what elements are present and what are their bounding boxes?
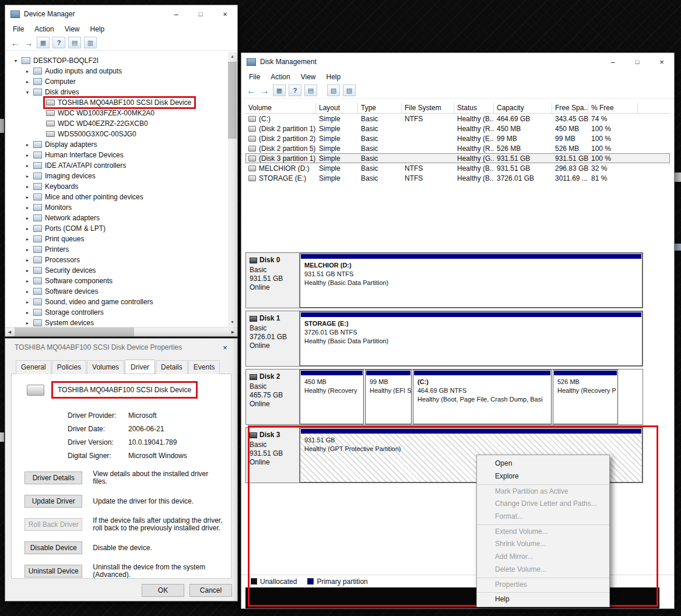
menu-item[interactable]: Help — [85, 25, 110, 33]
tree-item[interactable]: ▸ Human Interface Devices — [5, 150, 227, 160]
tree-item[interactable]: ▸ Storage controllers — [5, 307, 227, 318]
close-button[interactable]: × — [213, 5, 237, 23]
column-header[interactable]: Free Spa... — [552, 103, 588, 113]
menu-item[interactable]: Action — [29, 25, 59, 33]
menu-item[interactable]: View — [59, 25, 85, 33]
context-menu-item[interactable]: Explore — [477, 470, 609, 483]
action-button[interactable]: Roll Back Driver — [24, 518, 82, 531]
tree-item[interactable]: ▸ Software devices — [5, 286, 227, 297]
toolbar-icon[interactable]: ▥ — [84, 37, 97, 48]
tree-item[interactable]: WDC WD1003FZEX-00MK2A0 — [5, 108, 227, 118]
disk-0-info[interactable]: Disk 0 Basic 931.51 GB Online — [246, 253, 300, 308]
partition-c-drive[interactable]: (C:) 464.69 GB NTFS Healthy (Boot, Page … — [413, 369, 552, 424]
tree-item[interactable]: ▸ Software components — [5, 276, 227, 286]
tree-item[interactable]: WDS500G3X0C-00SJG0 — [5, 129, 227, 139]
minimize-button[interactable]: – — [164, 5, 188, 23]
partition-recovery-526mb[interactable]: 526 MB Healthy (Recovery P — [553, 369, 618, 424]
device-manager-titlebar[interactable]: Device Manager – □ × — [5, 5, 237, 23]
toolbar-icon[interactable]: ▦ — [273, 85, 286, 96]
close-button[interactable]: × — [213, 339, 237, 356]
partition-melchior[interactable]: MELCHIOR (D:) 931.51 GB NTFS Healthy (Ba… — [300, 253, 643, 308]
ok-button[interactable]: OK — [142, 584, 184, 597]
maximize-button[interactable]: □ — [188, 5, 213, 23]
context-menu-item[interactable]: Delete Volume... — [477, 563, 609, 576]
scrollbar-thumb[interactable] — [228, 62, 237, 139]
tree-item[interactable]: ▸ Print queues — [5, 234, 227, 244]
minimize-button[interactable]: – — [601, 53, 625, 71]
tree-item[interactable]: ▸ Printers — [5, 244, 227, 255]
tree-item[interactable]: ▸ Display adapters — [5, 139, 227, 150]
action-button[interactable]: Disable Device — [24, 541, 82, 554]
close-button[interactable]: × — [650, 53, 674, 71]
context-menu-item[interactable]: Open — [477, 457, 609, 470]
scroll-right-icon[interactable]: ▶ — [229, 328, 237, 336]
tree-item[interactable]: ▸ Security devices — [5, 265, 227, 276]
menu-item[interactable]: File — [8, 25, 29, 33]
column-header[interactable]: Status — [454, 103, 494, 113]
volume-row[interactable]: (Disk 2 partition 1) Simple Basic Health… — [245, 124, 670, 133]
toolbar-icon[interactable]: ▤ — [304, 85, 317, 96]
tree-item[interactable]: TOSHIBA MQ04ABF100 SCSI Disk Device — [5, 97, 227, 108]
toolbar-icon[interactable]: ? — [289, 85, 301, 96]
column-header[interactable]: Type — [358, 103, 402, 113]
action-button[interactable]: Uninstall Device — [24, 565, 82, 578]
toolbar-icon[interactable]: → — [23, 37, 34, 48]
disk-1-info[interactable]: Disk 1 Basic 3726.01 GB Online — [246, 311, 300, 366]
tree-item[interactable]: ▸ Audio inputs and outputs — [5, 66, 227, 76]
action-button[interactable]: Driver Details — [24, 471, 82, 484]
context-menu-item[interactable]: Shrink Volume... — [477, 537, 609, 550]
tree-item[interactable]: ▸ IDE ATA/ATAPI controllers — [5, 160, 227, 171]
dialog-tab[interactable]: Policies — [52, 360, 86, 374]
context-menu-item[interactable]: Help — [477, 592, 609, 605]
scroll-left-icon[interactable]: ◀ — [5, 328, 14, 336]
dialog-tab[interactable]: General — [16, 360, 51, 374]
cancel-button[interactable]: Cancel — [189, 584, 232, 597]
disk-management-titlebar[interactable]: Disk Management – □ × — [241, 53, 674, 71]
maximize-button[interactable]: □ — [625, 53, 650, 71]
partition-storage[interactable]: STORAGE (E:) 3726.01 GB NTFS Healthy (Ba… — [300, 311, 643, 366]
tree-item[interactable]: ▸ System devices — [5, 318, 227, 326]
menu-item[interactable]: Help — [321, 73, 346, 81]
tree-item[interactable]: ▸ Keyboards — [5, 181, 227, 192]
dialog-tab[interactable]: Events — [188, 360, 220, 374]
tree-item[interactable]: ▾ DESKTOP-BOQLF2I — [5, 55, 227, 66]
volume-row[interactable]: MELCHIOR (D:) Simple Basic NTFS Healthy … — [245, 163, 670, 173]
tree-item[interactable]: WDC WD40EZRZ-22GXCB0 — [5, 118, 227, 129]
tree-item[interactable]: ▸ Ports (COM & LPT) — [5, 223, 227, 234]
dialog-titlebar[interactable]: TOSHIBA MQ04ABF100 SCSI Disk Device Prop… — [5, 339, 237, 356]
context-menu-item[interactable]: Properties — [477, 578, 609, 590]
context-menu-item[interactable]: Mark Partition as Active — [477, 484, 609, 497]
volume-row[interactable]: (Disk 2 partition 5) Simple Basic Health… — [245, 143, 670, 153]
dialog-tab[interactable]: Details — [156, 360, 188, 374]
menu-item[interactable]: File — [244, 73, 265, 81]
toolbar-icon[interactable]: ▧ — [327, 85, 340, 96]
toolbar-icon[interactable]: ▦ — [37, 37, 50, 48]
context-menu-item[interactable]: Add Mirror... — [477, 550, 609, 563]
dialog-tab[interactable]: Volumes — [87, 360, 124, 374]
column-header[interactable]: Volume — [245, 103, 316, 113]
horizontal-scrollbar[interactable]: ◀ ▶ — [5, 327, 237, 336]
column-header[interactable]: % Free — [588, 103, 638, 113]
toolbar-icon[interactable]: ? — [52, 37, 65, 48]
toolbar-icon[interactable]: ▤ — [68, 37, 81, 48]
disk-2-info[interactable]: Disk 2 Basic 465.75 GB Online — [246, 369, 300, 424]
toolbar-icon[interactable]: ← — [10, 37, 20, 48]
toolbar-icon[interactable]: → — [259, 85, 270, 96]
volume-row[interactable]: STORAGE (E:) Simple Basic NTFS Healthy (… — [245, 173, 670, 183]
tree-item[interactable]: ▸ Sound, video and game controllers — [5, 297, 227, 307]
disk-3-info[interactable]: Disk 3 Basic 931.51 GB Online — [246, 428, 300, 483]
volume-row[interactable]: (Disk 3 partition 1) Simple Basic Health… — [245, 153, 670, 163]
partition-efi-99mb[interactable]: 99 MB Healthy (EFI S — [365, 369, 412, 424]
toolbar-icon[interactable]: ← — [246, 85, 257, 96]
action-button[interactable]: Update Driver — [24, 495, 82, 508]
context-menu-item[interactable]: Extend Volume... — [477, 525, 609, 537]
tree-item[interactable]: ▸ Mice and other pointing devices — [5, 192, 227, 202]
tree-item[interactable]: ▸ Computer — [5, 76, 227, 87]
toolbar-icon[interactable]: ▨ — [343, 85, 356, 96]
column-header[interactable]: Layout — [316, 103, 358, 113]
tree-item[interactable]: ▾ Disk drives — [5, 87, 227, 97]
volume-row[interactable]: (C:) Simple Basic NTFS Healthy (B... 464… — [245, 114, 670, 124]
column-header[interactable]: Capacity — [494, 103, 552, 113]
context-menu-item[interactable]: Format... — [477, 510, 609, 523]
dialog-tab[interactable]: Driver — [125, 360, 155, 374]
